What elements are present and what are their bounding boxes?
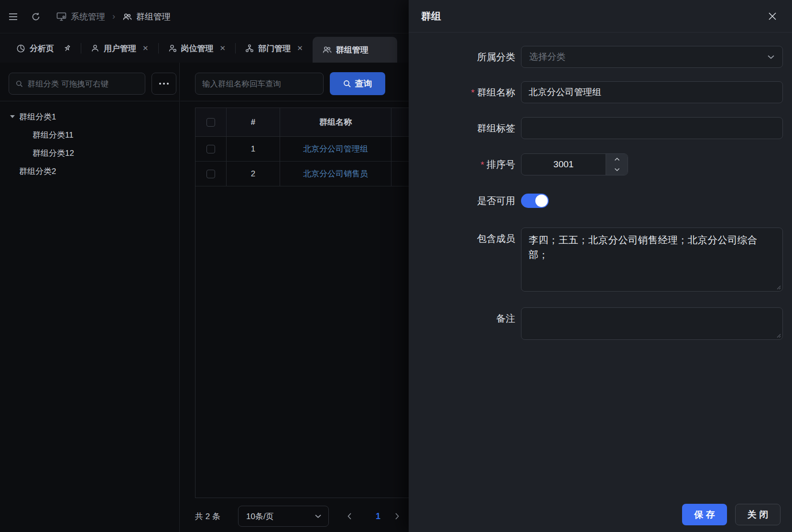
- group-name-link[interactable]: 北京分公司管理组: [303, 143, 368, 154]
- user-icon: [91, 44, 99, 53]
- caret-down-icon[interactable]: [10, 115, 15, 118]
- pin-icon[interactable]: [63, 44, 71, 53]
- row-checkbox[interactable]: [206, 145, 215, 153]
- category-search-box: [9, 73, 145, 95]
- chevron-down-icon: [614, 168, 620, 172]
- group-name-link[interactable]: 北京分公司销售员: [303, 168, 368, 179]
- category-select-placeholder: 选择分类: [529, 51, 767, 63]
- tab-label: 用户管理: [104, 43, 136, 54]
- page-size-select[interactable]: 10条/页: [238, 506, 329, 527]
- row-checkbox[interactable]: [206, 170, 215, 178]
- prev-page-button[interactable]: [347, 505, 352, 527]
- required-mark: *: [481, 160, 484, 170]
- name-field-label: *群组名称: [409, 81, 515, 104]
- system-monitor-icon: [56, 12, 66, 21]
- breadcrumb-separator-icon: ›: [109, 11, 118, 22]
- tag-field: [521, 117, 783, 139]
- remark-field: [521, 307, 783, 340]
- tree-item-root-2[interactable]: 群组分类2: [0, 162, 179, 180]
- group-drawer: 群组 所属分类 选择分类 *群组名称 群组标签 *排序号: [409, 0, 792, 532]
- spinner-up-button[interactable]: [606, 154, 628, 164]
- chevron-left-icon: [347, 512, 352, 520]
- toggle-knob: [535, 195, 548, 207]
- chevron-up-icon: [614, 157, 620, 161]
- close-icon[interactable]: [765, 9, 780, 23]
- resize-grip-icon[interactable]: [776, 284, 781, 290]
- query-button-label: 查询: [355, 78, 372, 89]
- chevron-down-icon: [315, 514, 322, 519]
- search-icon: [343, 80, 351, 88]
- remark-field-label: 备注: [409, 307, 515, 329]
- tab-positions[interactable]: 岗位管理 ✕: [159, 34, 236, 63]
- group-search-input[interactable]: [202, 79, 316, 88]
- members-field: 李四；王五；北京分公司销售经理；北京分公司综合部；: [521, 228, 783, 292]
- group-search-box: [195, 73, 324, 95]
- breadcrumb-section[interactable]: 系统管理: [71, 11, 105, 22]
- tag-field-label: 群组标签: [409, 117, 515, 139]
- category-field-label: 所属分类: [409, 46, 515, 68]
- tab-close-icon[interactable]: ✕: [220, 44, 226, 53]
- search-icon: [16, 80, 23, 88]
- page-number-1[interactable]: 1: [370, 505, 386, 527]
- close-button[interactable]: 关 闭: [735, 504, 781, 525]
- remark-textarea[interactable]: [521, 308, 782, 339]
- sort-number-field: [521, 153, 628, 175]
- column-header-name: 群组名称: [280, 108, 391, 136]
- tab-analysis[interactable]: 分析页: [7, 34, 81, 63]
- tree-item-label: 群组分类11: [33, 130, 74, 141]
- tab-close-icon[interactable]: ✕: [297, 44, 303, 53]
- select-all-checkbox[interactable]: [206, 118, 215, 127]
- next-page-button[interactable]: [395, 505, 400, 527]
- tab-label: 分析页: [30, 43, 54, 54]
- tree-item-label: 群组分类1: [19, 111, 56, 122]
- group-name-input[interactable]: [521, 82, 782, 103]
- tree-item-label: 群组分类2: [19, 166, 56, 177]
- tab-departments[interactable]: 部门管理 ✕: [236, 34, 313, 63]
- column-header-index: #: [227, 108, 280, 136]
- sort-number-input[interactable]: [521, 154, 606, 175]
- hamburger-menu-icon[interactable]: [6, 10, 20, 24]
- drawer-title: 群组: [421, 10, 441, 23]
- spinner-down-button[interactable]: [606, 164, 628, 175]
- drawer-header: 群组: [409, 0, 792, 33]
- query-button[interactable]: 查询: [330, 72, 385, 95]
- members-textarea[interactable]: 李四；王五；北京分公司销售经理；北京分公司综合部；: [521, 228, 782, 291]
- group-tag-input[interactable]: [521, 118, 782, 139]
- required-mark: *: [471, 87, 475, 98]
- resize-grip-icon[interactable]: [776, 333, 781, 338]
- members-field-label: 包含成员: [409, 228, 515, 250]
- category-panel: 群组分类1 群组分类11 群组分类12 群组分类2: [0, 63, 180, 532]
- category-search-input[interactable]: [27, 79, 138, 88]
- tab-close-icon[interactable]: ✕: [142, 44, 149, 53]
- org-hierarchy-icon: [245, 44, 254, 53]
- tree-item-child-12[interactable]: 群组分类12: [0, 144, 179, 162]
- more-options-button[interactable]: [152, 73, 176, 95]
- chevron-down-icon: [767, 54, 775, 60]
- pie-chart-icon: [16, 44, 25, 53]
- category-select[interactable]: 选择分类: [521, 46, 783, 68]
- breadcrumb-page: 群组管理: [136, 11, 171, 22]
- tab-groups-active[interactable]: 群组管理: [313, 37, 397, 63]
- row-index: 1: [227, 137, 280, 161]
- tree-item-root-1[interactable]: 群组分类1: [0, 108, 179, 126]
- number-spinner: [606, 154, 628, 175]
- more-options-icon: [159, 83, 161, 85]
- save-button[interactable]: 保 存: [682, 504, 727, 525]
- group-people-icon: [122, 12, 132, 21]
- category-tree: 群组分类1 群组分类11 群组分类12 群组分类2: [0, 108, 179, 180]
- sort-field-label: *排序号: [409, 153, 515, 176]
- tab-label: 群组管理: [336, 44, 369, 55]
- category-search-row: [0, 63, 179, 101]
- tab-users[interactable]: 用户管理 ✕: [81, 34, 158, 63]
- total-count: 共 2 条: [195, 505, 220, 527]
- enabled-field-label: 是否可用: [409, 194, 515, 208]
- tab-label: 岗位管理: [181, 43, 214, 54]
- enabled-toggle[interactable]: [521, 194, 549, 208]
- row-index: 2: [227, 162, 280, 186]
- page-size-value: 10条/页: [246, 511, 274, 522]
- refresh-icon[interactable]: [29, 10, 43, 24]
- name-field: [521, 81, 783, 103]
- breadcrumb: 系统管理 › 群组管理: [56, 11, 171, 22]
- group-people-icon: [322, 45, 332, 54]
- tree-item-child-11[interactable]: 群组分类11: [0, 126, 179, 144]
